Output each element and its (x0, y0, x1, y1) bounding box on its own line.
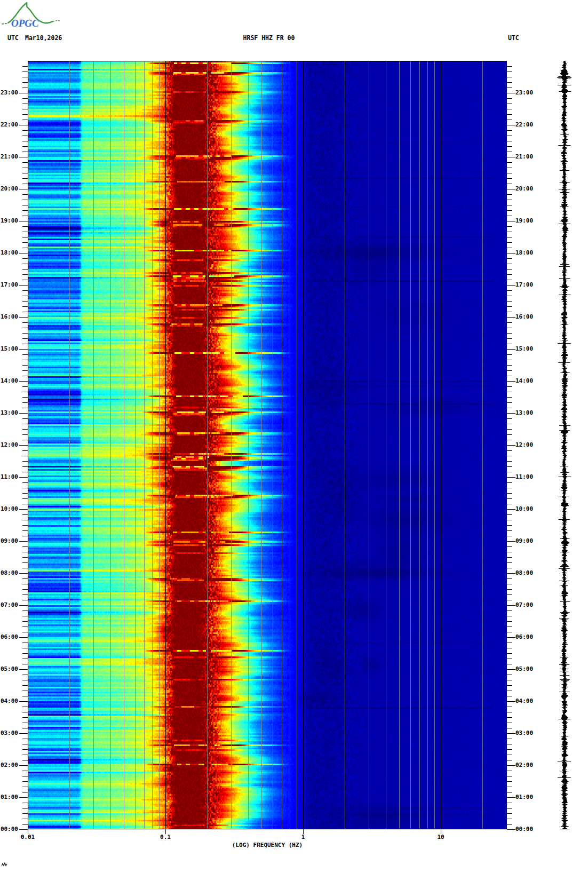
y-tick-minor-right (507, 546, 512, 547)
y-tick-hour-right (507, 669, 515, 670)
y-tick-minor-left (22, 82, 28, 83)
x-axis-title: (LOG) FREQUENCY (HZ) (232, 842, 303, 849)
y-tick-minor-left (22, 136, 28, 136)
y-tick-minor-right (507, 498, 512, 499)
y-tick-minor-right (507, 418, 512, 419)
y-tick-minor-right (507, 723, 512, 723)
logo-right-dash-icon (53, 21, 60, 21)
y-tick-minor-right (507, 360, 512, 360)
y-tick-hour-left (19, 701, 28, 702)
hour-label-right: 10:00 (515, 505, 533, 513)
y-tick-minor-right (507, 589, 512, 590)
y-tick-minor-left (22, 712, 28, 712)
y-tick-minor-left (22, 173, 28, 173)
hour-label-right: 21:00 (515, 153, 533, 161)
hour-label-left: 12:00 (0, 441, 18, 449)
y-tick-hour-left (19, 829, 28, 830)
hour-label-right: 13:00 (515, 409, 533, 417)
hour-label-right: 14:00 (515, 377, 533, 385)
hour-label-right: 15:00 (515, 345, 533, 353)
y-tick-minor-left (22, 450, 28, 451)
y-tick-minor-left (22, 328, 28, 328)
y-tick-hour-left (19, 733, 28, 734)
y-tick-hour-left (19, 381, 28, 382)
y-tick-hour-right (507, 477, 515, 478)
y-tick-minor-left (22, 424, 28, 424)
y-tick-hour-left (19, 221, 28, 221)
y-tick-minor-right (507, 584, 512, 584)
hour-label-left: 03:00 (0, 730, 18, 737)
logo-text: OPGC (11, 18, 39, 29)
hour-label-right: 00:00 (515, 826, 533, 833)
y-tick-minor-right (507, 290, 512, 291)
y-tick-hour-left (19, 189, 28, 189)
y-tick-hour-right (507, 637, 515, 638)
y-tick-minor-right (507, 514, 512, 515)
y-tick-minor-right (507, 728, 512, 728)
y-tick-minor-right (507, 440, 512, 440)
hour-label-right: 20:00 (515, 185, 533, 193)
y-tick-minor-left (22, 744, 28, 744)
y-tick-minor-right (507, 146, 512, 147)
y-tick-hour-right (507, 445, 515, 446)
y-tick-minor-right (507, 530, 512, 531)
y-tick-minor-left (22, 376, 28, 376)
y-tick-minor-left (22, 162, 28, 163)
y-tick-minor-right (507, 488, 512, 488)
y-tick-minor-right (507, 792, 512, 792)
y-tick-minor-left (22, 429, 28, 430)
y-tick-minor-left (22, 466, 28, 467)
y-tick-minor-left (22, 274, 28, 275)
y-tick-minor-right (507, 525, 512, 526)
hour-label-left: 19:00 (0, 217, 18, 225)
y-tick-minor-left (22, 269, 28, 269)
hour-label-right: 07:00 (515, 601, 533, 609)
y-tick-hour-right (507, 125, 515, 125)
y-tick-minor-right (507, 184, 512, 184)
hour-label-right: 04:00 (515, 697, 533, 705)
y-tick-minor-right (507, 226, 512, 227)
y-tick-minor-right (507, 739, 512, 739)
hour-label-right: 23:00 (515, 89, 533, 97)
y-tick-minor-right (507, 493, 512, 494)
y-tick-minor-right (507, 659, 512, 659)
y-tick-minor-right (507, 82, 512, 83)
y-tick-hour-right (507, 509, 515, 510)
y-tick-minor-left (22, 552, 28, 552)
y-tick-minor-left (22, 653, 28, 654)
hour-label-right: 06:00 (515, 633, 533, 641)
y-tick-minor-right (507, 744, 512, 744)
y-tick-minor-left (22, 114, 28, 115)
y-tick-minor-left (22, 386, 28, 387)
y-tick-hour-right (507, 605, 515, 606)
y-tick-minor-right (507, 461, 512, 462)
y-tick-minor-left (22, 525, 28, 526)
y-tick-minor-left (22, 237, 28, 237)
y-tick-hour-right (507, 797, 515, 798)
y-tick-minor-right (507, 466, 512, 467)
hour-label-left: 17:00 (0, 281, 18, 289)
y-tick-minor-right (507, 771, 512, 771)
y-tick-minor-right (507, 66, 512, 67)
y-tick-minor-right (507, 520, 512, 520)
y-tick-minor-left (22, 205, 28, 205)
y-tick-minor-right (507, 338, 512, 339)
y-tick-minor-left (22, 584, 28, 584)
y-tick-minor-left (22, 226, 28, 227)
spectrogram-heatmap-canvas (28, 61, 507, 829)
y-tick-minor-left (22, 498, 28, 499)
hour-label-right: 12:00 (515, 441, 533, 449)
hour-label-left: 18:00 (0, 249, 18, 257)
hour-label-right: 18:00 (515, 249, 533, 257)
y-tick-minor-left (22, 685, 28, 686)
hour-label-left: 02:00 (0, 762, 18, 769)
y-tick-minor-right (507, 194, 512, 195)
y-tick-minor-right (507, 248, 512, 248)
y-tick-minor-right (507, 429, 512, 430)
y-tick-hour-right (507, 381, 515, 382)
y-tick-hour-left (19, 477, 28, 478)
y-tick-minor-right (507, 392, 512, 392)
y-tick-minor-left (22, 392, 28, 392)
y-tick-minor-left (22, 88, 28, 88)
y-tick-minor-left (22, 258, 28, 259)
